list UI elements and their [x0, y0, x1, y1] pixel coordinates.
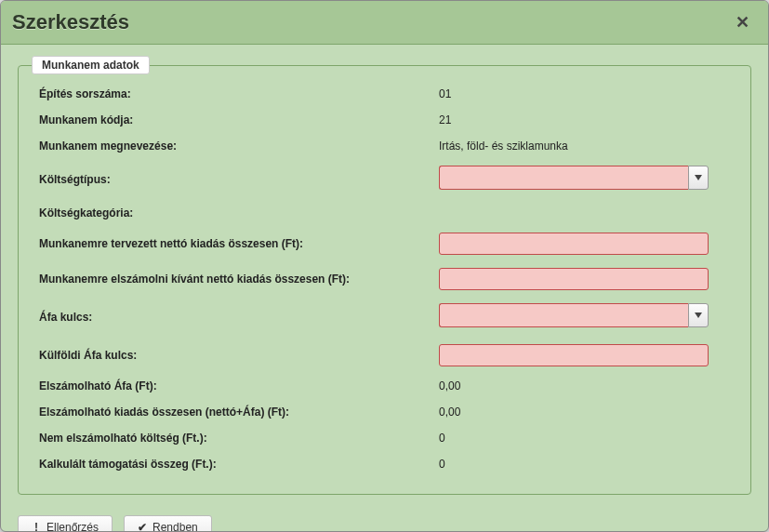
value-elszamolhato-kiadas: 0,00 [439, 406, 730, 419]
fieldset-legend: Munkanem adatok [32, 56, 150, 74]
kulfoldi-afa-input[interactable] [439, 344, 709, 366]
row-koltsegtipus: Költségtípus: [39, 159, 730, 200]
dialog-body: Munkanem adatok Építés sorszáma: 01 Munk… [1, 45, 768, 506]
row-munkanem-kodja: Munkanem kódja: 21 [39, 107, 730, 133]
chevron-down-icon[interactable] [688, 303, 709, 327]
label-munkanem-kodja: Munkanem kódja: [39, 113, 439, 126]
afa-kulcs-select[interactable] [439, 303, 709, 327]
row-elszamolni-netto: Munkanemre elszámolni kívánt nettó kiadá… [39, 261, 730, 297]
row-kalkulalt-tamogatas: Kalkulált támogatási összeg (Ft.): 0 [39, 451, 730, 477]
row-epites-sorszama: Építés sorszáma: 01 [39, 81, 730, 107]
row-elszamolhato-afa: Elszámolható Áfa (Ft): 0,00 [39, 373, 730, 399]
row-afa-kulcs: Áfa kulcs: [39, 297, 730, 338]
label-elszamolhato-afa: Elszámolható Áfa (Ft): [39, 379, 439, 392]
edit-dialog: Szerkesztés ✕ Munkanem adatok Építés sor… [0, 0, 769, 532]
exclamation-icon: ! [32, 521, 41, 532]
value-nem-elszamolhato: 0 [439, 432, 730, 445]
ellenorzes-button[interactable]: ! Ellenőrzés [18, 515, 113, 532]
value-munkanem-megnevezese: Irtás, föld- és sziklamunka [439, 140, 730, 153]
value-epites-sorszama: 01 [439, 87, 730, 100]
label-epites-sorszama: Építés sorszáma: [39, 87, 439, 100]
label-tervezett-netto: Munkanemre tervezett nettó kiadás összes… [39, 237, 439, 250]
elszamolni-netto-input[interactable] [439, 268, 709, 290]
value-elszamolhato-afa: 0,00 [439, 379, 730, 392]
chevron-down-icon[interactable] [688, 166, 709, 190]
row-koltsegkategoria: Költségkategória: [39, 200, 730, 226]
label-kalkulalt-tamogatas: Kalkulált támogatási összeg (Ft.): [39, 458, 439, 471]
check-icon: ✔ [138, 521, 147, 532]
value-munkanem-kodja: 21 [439, 113, 730, 126]
label-koltsegtipus: Költségtípus: [39, 173, 439, 186]
rendben-label: Rendben [152, 521, 198, 532]
label-elszamolni-netto: Munkanemre elszámolni kívánt nettó kiadá… [39, 273, 439, 286]
row-elszamolhato-kiadas: Elszámolható kiadás összesen (nettó+Áfa)… [39, 399, 730, 425]
ellenorzes-label: Ellenőrzés [46, 521, 99, 532]
row-tervezett-netto: Munkanemre tervezett nettó kiadás összes… [39, 226, 730, 261]
label-kulfoldi-afa: Külföldi Áfa kulcs: [39, 349, 439, 362]
dialog-title: Szerkesztés [12, 10, 129, 34]
dialog-footer: ! Ellenőrzés ✔ Rendben [1, 506, 768, 532]
close-icon[interactable]: ✕ [732, 12, 753, 33]
row-munkanem-megnevezese: Munkanem megnevezése: Irtás, föld- és sz… [39, 133, 730, 159]
label-nem-elszamolhato: Nem elszámolható költség (Ft.): [39, 432, 439, 445]
label-elszamolhato-kiadas: Elszámolható kiadás összesen (nettó+Áfa)… [39, 406, 439, 419]
label-koltsegkategoria: Költségkategória: [39, 206, 439, 219]
label-afa-kulcs: Áfa kulcs: [39, 311, 439, 324]
row-nem-elszamolhato: Nem elszámolható költség (Ft.): 0 [39, 425, 730, 451]
label-munkanem-megnevezese: Munkanem megnevezése: [39, 140, 439, 153]
munkanem-adatok-fieldset: Munkanem adatok Építés sorszáma: 01 Munk… [18, 65, 751, 495]
titlebar: Szerkesztés ✕ [1, 1, 768, 45]
rendben-button[interactable]: ✔ Rendben [124, 515, 212, 532]
value-kalkulalt-tamogatas: 0 [439, 458, 730, 471]
koltsegtipus-select-value [439, 166, 688, 190]
afa-kulcs-select-value [439, 303, 688, 327]
row-kulfoldi-afa: Külföldi Áfa kulcs: [39, 338, 730, 373]
tervezett-netto-input[interactable] [439, 233, 709, 255]
koltsegtipus-select[interactable] [439, 166, 709, 190]
